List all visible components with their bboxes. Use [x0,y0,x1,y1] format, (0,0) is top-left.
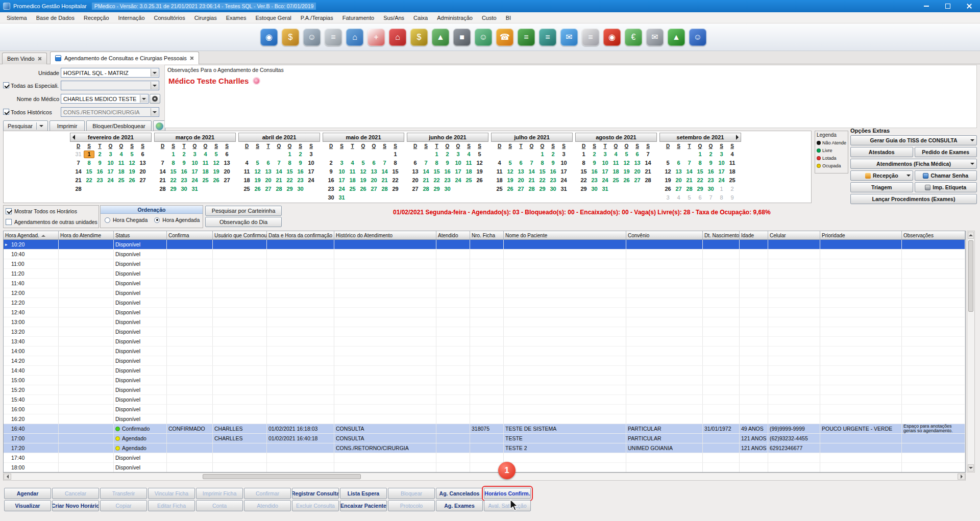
calendar-day[interactable]: 16 [295,168,306,176]
calendar-day[interactable]: 1 [716,185,727,193]
calendar-day[interactable]: 3 [336,159,347,167]
column-header-nome-do-paciente[interactable]: Nome do Paciente [504,231,626,239]
calendar-day[interactable]: 7 [526,159,537,167]
table-row[interactable]: 12:00Disponível [4,288,965,298]
calendar-day[interactable]: 16 [179,168,189,176]
unit-select[interactable]: HOSPITAL SQL - MATRIZ [61,68,159,78]
horizontal-scroll-thumb[interactable] [203,474,361,479]
scroll-left-icon[interactable] [4,474,11,480]
calendar-day[interactable]: 18 [463,168,474,176]
column-header-nro-ficha[interactable]: Nro. Ficha [470,231,504,239]
menu-item-custo[interactable]: Custo [477,13,501,22]
calendar-day[interactable]: 12 [252,168,263,176]
table-row[interactable]: 12:40Disponível [4,308,965,317]
calendar-day[interactable]: 30 [589,185,600,193]
web-icon[interactable]: ◉ [260,29,278,46]
calendar-day[interactable]: 4 [116,151,127,158]
phone-icon[interactable]: ☎ [496,29,513,46]
calendar-day[interactable]: 10 [558,159,569,167]
calendar-day[interactable]: 21 [684,177,695,184]
calendar-day[interactable]: 4 [673,194,684,202]
calendar-day[interactable]: 29 [537,185,548,193]
calendar-day[interactable]: 25 [463,177,474,184]
menu-item-sus-ans[interactable]: Sus/Ans [379,13,409,22]
calendar-day[interactable]: 13 [222,159,232,167]
table-row[interactable]: 13:20Disponível [4,327,965,337]
calendar-day[interactable]: 1 [168,151,179,158]
calendar-day[interactable]: 24 [306,177,316,184]
calendar-day[interactable]: 15 [84,168,94,176]
maximize-button[interactable] [937,0,959,12]
calendar-next-icon[interactable] [736,135,739,140]
action-bloquear[interactable]: Bloquear [388,488,435,499]
calendar-day[interactable]: 17 [105,168,116,176]
calendar-day[interactable]: 26 [621,177,632,184]
calendar-day[interactable]: 11 [463,159,474,167]
calendar-day[interactable]: 23 [295,177,306,184]
extra-button-imp-etiqueta[interactable]: Imp. Etiqueta [915,182,977,192]
block-unblock-button[interactable]: Bloquer/Desbloquear [86,120,152,132]
calendar-prev-icon[interactable] [72,135,75,140]
tab-agendamento[interactable]: Agendamento de Consultas e Cirurgias Pes… [50,52,199,64]
calendar-day[interactable]: 21 [643,168,653,176]
close-button[interactable] [959,0,980,12]
calendar-day[interactable]: 13 [369,168,379,176]
action-cancelar[interactable]: Cancelar [52,488,99,499]
calendar-day[interactable]: 17 [600,168,610,176]
calendar-day[interactable]: 9 [179,159,189,167]
action-transferir[interactable]: Transferir [100,488,147,499]
calendar-day[interactable]: 11 [200,159,211,167]
table-row[interactable]: 16:40ConfirmadoCONFIRMADOCHARLLES01/02/2… [4,424,965,434]
minimize-button[interactable] [916,0,937,12]
dropdown-caret-icon[interactable] [140,95,148,103]
fax-icon[interactable]: ✉ [646,29,664,46]
calendar-day[interactable]: 25 [241,185,252,193]
calendar-day[interactable]: 11 [347,168,358,176]
calendar-day[interactable]: 21 [73,177,84,184]
calendar-day[interactable]: 12 [358,168,369,176]
calendar-day[interactable]: 23 [179,177,189,184]
menu-item-caixa[interactable]: Caixa [409,13,432,22]
calendar-day[interactable]: 10 [306,159,316,167]
vitals-icon[interactable]: ▲ [668,29,685,46]
calendar-day[interactable]: 18 [200,168,211,176]
table-row[interactable]: 13:00Disponível [4,317,965,327]
calendar-day[interactable]: 1 [284,151,295,158]
calendar-day[interactable]: 2 [705,151,716,158]
finance-chart-icon[interactable]: ▲ [432,29,449,46]
action-imprimir-ficha[interactable]: Imprimir Ficha [196,488,243,499]
calendar-day[interactable]: 23 [705,177,716,184]
calendar-day[interactable]: 4 [347,159,358,167]
calendar-day[interactable]: 27 [673,185,684,193]
calendar-day[interactable]: 28 [379,185,390,193]
calendar-day[interactable]: 14 [526,168,537,176]
calendar-day[interactable]: 18 [610,168,621,176]
calendar-day[interactable]: 27 [137,177,148,184]
calendar-day[interactable]: 25 [610,177,621,184]
menu-item-sistema[interactable]: Sistema [2,13,32,22]
calendar-day[interactable]: 24 [453,177,463,184]
extra-button-atestados[interactable]: Atestados [850,147,913,157]
calendar-day[interactable]: 17 [453,168,463,176]
calendar-day[interactable]: 26 [211,177,222,184]
calendar-day[interactable]: 20 [222,168,232,176]
calendar-day[interactable]: 25 [347,185,358,193]
calendar-day[interactable]: 20 [137,168,148,176]
calendar-day[interactable]: 13 [632,159,643,167]
table-row[interactable]: 10:40Disponível [4,250,965,259]
calendar-day[interactable]: 14 [157,168,168,176]
calendar-day[interactable]: 3 [189,151,200,158]
calendar-day[interactable]: 18 [727,168,738,176]
calendar-day[interactable]: 11 [241,168,252,176]
calendar-day[interactable]: 11 [494,168,505,176]
calendar-day[interactable]: 29 [578,185,589,193]
calendar-day[interactable]: 3 [600,151,610,158]
radio-hora-agendada[interactable] [154,217,160,223]
calendar-day[interactable]: 24 [558,177,569,184]
calendar-day[interactable]: 4 [200,151,211,158]
calendar-day[interactable]: 24 [336,185,347,193]
calendar-day[interactable]: 28 [643,177,653,184]
calendar-day[interactable]: 22 [578,177,589,184]
column-header-convenio[interactable]: Convênio [626,231,703,239]
column-header-hora-do-atendime[interactable]: Hora do Atendime [59,231,114,239]
